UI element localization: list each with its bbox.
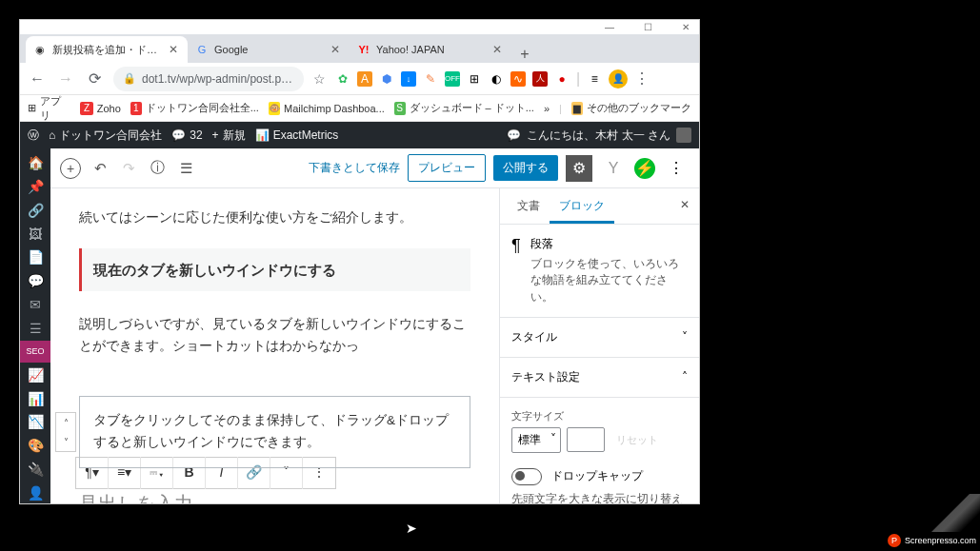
block-text: タブをクリックしてそのまま保持して、ドラッグ&ドロップすると新しいウインドウにで…	[93, 413, 449, 449]
greeting-text[interactable]: こんにちは、木村 太一 さん	[527, 128, 670, 144]
tab-block[interactable]: ブロック	[550, 188, 614, 224]
reader-ext-icon[interactable]: ≡	[587, 71, 602, 87]
back-button[interactable]: ←	[28, 70, 47, 88]
paragraph-block[interactable]: 説明しづらいですが、見ているタブを新しいウインドウにすることができます。ショート…	[79, 314, 470, 358]
tab-close-icon[interactable]: ✕	[167, 43, 180, 56]
apps-button[interactable]: ⊞アプリ	[28, 94, 70, 123]
ext-icon[interactable]: ◐	[489, 71, 504, 87]
preview-button[interactable]: プレビュー	[408, 154, 486, 182]
links-menu-icon[interactable]: 🔗	[20, 199, 50, 221]
ext-icon[interactable]: ⬢	[379, 71, 394, 87]
browser-tab-0[interactable]: ◉ 新規投稿を追加・ドットワン合同 ✕	[26, 36, 188, 63]
user-avatar[interactable]	[676, 128, 691, 143]
appearance-menu-icon[interactable]: 📊	[20, 387, 50, 409]
users-menu-icon[interactable]: 👤	[20, 482, 50, 503]
paragraph-block[interactable]: 続いてはシーンに応じた便利な使い方をご紹介します。	[79, 207, 470, 229]
reload-button[interactable]: ⟳	[85, 69, 104, 88]
plugins-menu-icon[interactable]: 🎨	[20, 435, 50, 457]
heading-block[interactable]: 現在のタブを新しいウインドウにする	[79, 248, 470, 292]
settings-gear-icon[interactable]: ⚙	[566, 155, 592, 182]
editor-canvas[interactable]: 続いてはシーンに応じた便利な使い方をご紹介します。 現在のタブを新しいウインドウ…	[50, 188, 499, 503]
wp-content: 🏠 📌 🔗 🖼 📄 💬 ✉ ☰ SEO 📈 📊 📉 🎨 🔌 👤 + ↶ ↷	[20, 148, 699, 503]
info-button[interactable]: ⓘ	[148, 159, 167, 178]
tab-title: Google	[214, 44, 323, 55]
media-menu-icon[interactable]: 🖼	[20, 223, 50, 245]
tab-close-icon[interactable]: ✕	[329, 43, 342, 56]
heading-placeholder[interactable]: 見出しを入力...	[79, 487, 470, 503]
list-menu-icon[interactable]: ☰	[20, 317, 50, 339]
publish-button[interactable]: 公開する	[493, 155, 558, 181]
style-section-toggle[interactable]: スタイル ˅	[500, 318, 699, 358]
panel-close-icon[interactable]: ✕	[670, 188, 699, 224]
save-draft-button[interactable]: 下書きとして保存	[309, 160, 400, 176]
profile-avatar[interactable]: 👤	[609, 69, 628, 89]
window-maximize[interactable]: ☐	[638, 22, 657, 32]
rss-ext-icon[interactable]: ∿	[510, 71, 526, 87]
dropcap-toggle[interactable]	[511, 468, 542, 485]
bookmark-item[interactable]: 1ドットワン合同会社全...	[130, 101, 259, 115]
ext-icon[interactable]: ↓	[401, 71, 416, 87]
comment-icon: 💬	[171, 128, 186, 142]
new-tab-button[interactable]: +	[511, 46, 538, 63]
bookmark-item[interactable]: ZZoho	[80, 102, 120, 115]
site-icon: S	[394, 102, 406, 115]
reset-button[interactable]: リセット	[610, 429, 664, 451]
mouse-cursor: ➤	[406, 521, 417, 536]
stats-menu-icon[interactable]: 📉	[20, 411, 50, 433]
posts-menu-icon[interactable]: 📌	[20, 176, 50, 198]
comments-link[interactable]: 💬32	[171, 128, 202, 142]
wp-admin-sidebar: 🏠 📌 🔗 🖼 📄 💬 ✉ ☰ SEO 📈 📊 📉 🎨 🔌 👤	[20, 148, 50, 503]
bookmark-star-icon[interactable]: ☆	[313, 71, 326, 87]
dropcap-label: ドロップキャップ	[551, 468, 643, 484]
comment-count: 32	[190, 128, 202, 142]
redo-button[interactable]: ↷	[119, 159, 138, 178]
ext-icon[interactable]: OFF	[445, 71, 460, 87]
tab-close-icon[interactable]: ✕	[490, 43, 504, 56]
move-up-icon[interactable]: ˄	[56, 413, 75, 432]
window-minimize[interactable]: —	[600, 22, 619, 32]
new-link[interactable]: +新規	[212, 128, 246, 144]
bookmarks-overflow[interactable]: »	[544, 103, 550, 114]
evernote-ext-icon[interactable]: ✿	[335, 71, 350, 87]
exactmetrics-link[interactable]: 📊ExactMetrics	[255, 128, 339, 142]
bookmark-item[interactable]: Sダッシュボード – ドット...	[394, 101, 534, 115]
ext-icon[interactable]: A	[357, 71, 372, 87]
site-link[interactable]: ⌂ドットワン合同会社	[49, 128, 162, 144]
ext-icon[interactable]: ⊞	[467, 71, 482, 87]
browser-tab-1[interactable]: G Google ✕	[188, 36, 350, 63]
ext-icon[interactable]: ✎	[423, 71, 438, 87]
outline-button[interactable]: ☰	[176, 159, 195, 178]
address-bar[interactable]: 🔒 dot1.tv/wp/wp-admin/post.php?post...	[113, 67, 304, 91]
dashboard-menu-icon[interactable]: 🏠	[20, 152, 50, 174]
dropcap-description: 先頭文字を大きな表示に切り替えます。	[511, 491, 688, 503]
pages-menu-icon[interactable]: 📄	[20, 246, 50, 268]
selected-paragraph-block[interactable]: ˄ ˅ タブをクリックしてそのまま保持して、ドラッグ&ドロップすると新しいウイン…	[79, 396, 470, 468]
mail-menu-icon[interactable]: ✉	[20, 293, 50, 315]
seo-menu-icon[interactable]: SEO	[20, 341, 50, 363]
comments-menu-icon[interactable]: 💬	[20, 270, 50, 292]
watermark-icon: P	[888, 534, 901, 547]
tools-menu-icon[interactable]: 🔌	[20, 459, 50, 481]
window-close[interactable]: ✕	[676, 22, 695, 32]
font-size-select[interactable]: 標準 ˅	[511, 427, 561, 453]
menu-icon[interactable]: ⋮	[634, 69, 650, 88]
other-bookmarks-label: その他のブックマーク	[587, 101, 691, 115]
text-settings-toggle[interactable]: テキスト設定 ˄	[500, 358, 699, 398]
wp-logo-icon[interactable]: ⓦ	[28, 128, 39, 144]
other-bookmarks[interactable]: ▆その他のブックマーク	[571, 101, 691, 115]
more-menu-icon[interactable]: ⋮	[663, 155, 690, 182]
font-size-input[interactable]	[567, 427, 605, 452]
yoast-icon[interactable]: Y	[600, 155, 627, 182]
pdf-ext-icon[interactable]: 人	[532, 71, 548, 87]
add-block-button[interactable]: +	[60, 158, 81, 179]
browser-tab-2[interactable]: Y! Yahoo! JAPAN ✕	[350, 36, 511, 63]
ext-icon[interactable]: ●	[554, 71, 570, 87]
bookmark-item[interactable]: 🐵Mailchimp Dashboa...	[269, 102, 385, 115]
exactmetrics-label: ExactMetrics	[273, 128, 339, 142]
forward-button[interactable]: →	[56, 70, 75, 88]
move-down-icon[interactable]: ˅	[56, 432, 75, 451]
jetpack-icon[interactable]: ⚡	[634, 158, 655, 179]
analytics-menu-icon[interactable]: 📈	[20, 364, 50, 386]
tab-document[interactable]: 文書	[508, 188, 550, 224]
undo-button[interactable]: ↶	[90, 159, 110, 178]
